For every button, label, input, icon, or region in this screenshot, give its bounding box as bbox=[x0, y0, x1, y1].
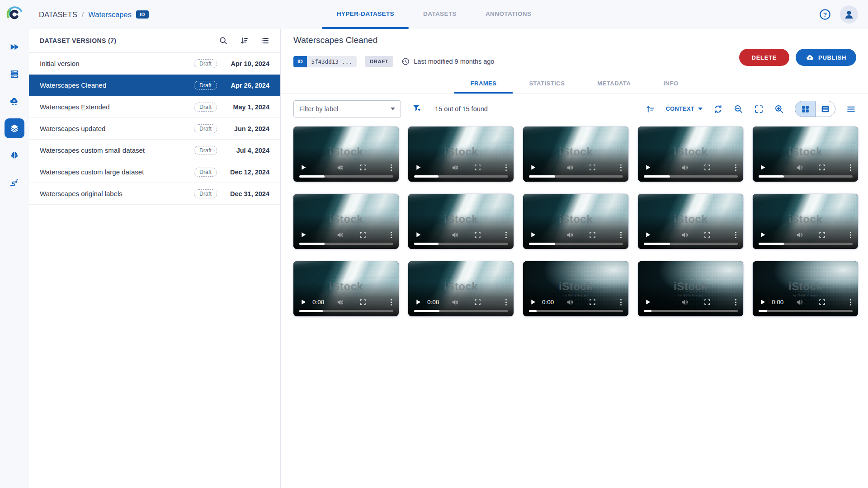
sidebar-models-icon[interactable] bbox=[5, 145, 24, 165]
video-progress-bar[interactable] bbox=[644, 310, 738, 312]
publish-button[interactable]: PUBLISH bbox=[796, 49, 856, 66]
id-badge[interactable]: ID bbox=[136, 10, 149, 19]
more-options-icon[interactable] bbox=[849, 231, 852, 241]
breadcrumb-root[interactable]: DATASETS bbox=[39, 10, 77, 19]
filter-funnel-icon[interactable] bbox=[412, 103, 421, 115]
user-avatar-icon[interactable] bbox=[840, 5, 858, 23]
video-frame-card[interactable]: iStock by Getty Images 0:08 bbox=[408, 261, 514, 316]
volume-icon[interactable] bbox=[796, 231, 804, 241]
fullscreen-icon[interactable] bbox=[474, 231, 481, 240]
more-options-icon[interactable] bbox=[620, 231, 622, 241]
version-list-item[interactable]: Waterscapes custom small dataset Draft J… bbox=[29, 140, 280, 161]
more-options-icon[interactable] bbox=[390, 298, 392, 308]
volume-icon[interactable] bbox=[796, 164, 804, 174]
video-progress-bar[interactable] bbox=[299, 310, 393, 312]
video-progress-bar[interactable] bbox=[759, 310, 853, 312]
fullscreen-icon[interactable] bbox=[474, 164, 481, 173]
tab-frames[interactable]: FRAMES bbox=[454, 74, 513, 94]
zoom-out-icon[interactable] bbox=[734, 104, 743, 114]
tab-hyper-datasets[interactable]: HYPER-DATASETS bbox=[322, 0, 409, 29]
more-options-icon[interactable] bbox=[390, 164, 392, 174]
fullscreen-icon[interactable] bbox=[589, 164, 596, 173]
video-frame-card[interactable]: iStock by Getty Images bbox=[753, 194, 858, 249]
fullscreen-icon[interactable] bbox=[589, 299, 596, 307]
delete-button[interactable]: DELETE bbox=[739, 49, 789, 66]
version-list-item[interactable]: Waterscapes custom large dataset Draft D… bbox=[29, 161, 280, 183]
more-options-icon[interactable] bbox=[620, 298, 622, 308]
play-icon[interactable] bbox=[415, 299, 422, 307]
fullscreen-icon[interactable] bbox=[359, 231, 366, 240]
play-icon[interactable] bbox=[760, 299, 766, 307]
play-icon[interactable] bbox=[300, 299, 307, 307]
video-frame-card[interactable]: iStock by Getty Images 0:00 bbox=[523, 261, 628, 316]
tab-metadata[interactable]: METADATA bbox=[581, 74, 647, 94]
play-icon[interactable] bbox=[300, 231, 307, 240]
video-progress-bar[interactable] bbox=[414, 175, 508, 178]
table-view-icon[interactable] bbox=[815, 101, 835, 117]
video-frame-card[interactable]: iStock by Getty Images bbox=[638, 127, 743, 182]
volume-icon[interactable] bbox=[566, 164, 574, 174]
more-options-icon[interactable] bbox=[735, 298, 737, 308]
play-icon[interactable] bbox=[415, 164, 422, 173]
more-options-icon[interactable] bbox=[505, 231, 507, 241]
play-icon[interactable] bbox=[760, 164, 766, 173]
search-icon[interactable] bbox=[219, 36, 228, 45]
video-frame-card[interactable]: iStock by Getty Images 0:00 bbox=[753, 261, 858, 316]
more-options-icon[interactable] bbox=[735, 231, 737, 241]
tab-info[interactable]: INFO bbox=[647, 74, 694, 94]
version-list-item[interactable]: Waterscapes Extended Draft May 1, 2024 bbox=[29, 96, 280, 118]
video-frame-card[interactable]: iStock by Getty Images bbox=[408, 194, 514, 249]
video-frame-card[interactable]: iStock by Getty Images bbox=[523, 127, 628, 182]
video-progress-bar[interactable] bbox=[759, 243, 853, 245]
volume-icon[interactable] bbox=[566, 231, 574, 241]
list-settings-icon[interactable] bbox=[260, 36, 269, 45]
version-list-item[interactable]: Waterscapes updated Draft Jun 2, 2024 bbox=[29, 118, 280, 140]
more-options-icon[interactable] bbox=[390, 231, 392, 241]
volume-icon[interactable] bbox=[451, 298, 459, 308]
volume-icon[interactable] bbox=[336, 231, 344, 241]
fullscreen-icon[interactable] bbox=[589, 231, 596, 240]
version-list-item[interactable]: Initial version Draft Apr 10, 2024 bbox=[29, 53, 280, 75]
zoom-in-icon[interactable] bbox=[774, 104, 784, 114]
fullscreen-icon[interactable] bbox=[704, 164, 711, 173]
sidebar-cloud-apps-icon[interactable] bbox=[5, 91, 24, 111]
version-list-item[interactable]: Waterscapes original labels Draft Dec 31… bbox=[29, 183, 280, 205]
video-progress-bar[interactable] bbox=[414, 243, 508, 245]
more-options-icon[interactable] bbox=[849, 298, 852, 308]
play-icon[interactable] bbox=[645, 164, 651, 173]
video-progress-bar[interactable] bbox=[529, 175, 623, 178]
fullscreen-icon[interactable] bbox=[819, 299, 826, 307]
video-progress-bar[interactable] bbox=[529, 310, 623, 312]
volume-icon[interactable] bbox=[681, 164, 689, 174]
volume-icon[interactable] bbox=[796, 298, 804, 308]
more-options-icon[interactable] bbox=[505, 298, 507, 308]
video-frame-card[interactable]: iStock by Getty Images 0:08 bbox=[293, 261, 399, 316]
volume-icon[interactable] bbox=[451, 231, 459, 241]
video-progress-bar[interactable] bbox=[299, 243, 393, 245]
video-progress-bar[interactable] bbox=[759, 175, 853, 178]
fullscreen-icon[interactable] bbox=[359, 299, 366, 307]
volume-icon[interactable] bbox=[566, 298, 574, 308]
play-icon[interactable] bbox=[530, 299, 537, 307]
play-icon[interactable] bbox=[760, 231, 766, 240]
tab-statistics[interactable]: STATISTICS bbox=[513, 74, 581, 94]
video-progress-bar[interactable] bbox=[644, 243, 738, 245]
sidebar-workers-queues-icon[interactable] bbox=[5, 64, 24, 84]
video-frame-card[interactable]: iStock by Getty Images bbox=[293, 127, 399, 182]
more-options-icon[interactable] bbox=[620, 164, 622, 174]
version-list-item[interactable]: Waterscapes Cleaned Draft Apr 26, 2024 bbox=[29, 75, 280, 96]
video-frame-card[interactable]: iStock by Getty Images bbox=[293, 194, 399, 249]
volume-icon[interactable] bbox=[681, 231, 689, 241]
video-frame-card[interactable]: iStock by Getty Images bbox=[408, 127, 514, 182]
video-frame-card[interactable]: iStock by Getty Images bbox=[638, 194, 743, 249]
menu-icon[interactable] bbox=[846, 104, 856, 114]
sidebar-experiments-icon[interactable] bbox=[5, 37, 24, 57]
fullscreen-icon[interactable] bbox=[704, 299, 711, 307]
more-options-icon[interactable] bbox=[849, 164, 852, 174]
sort-versions-icon[interactable] bbox=[240, 36, 249, 45]
dataset-id-chip[interactable]: ID 5f43dd13 ... bbox=[293, 56, 357, 67]
fit-to-screen-icon[interactable] bbox=[754, 104, 764, 114]
volume-icon[interactable] bbox=[681, 298, 689, 308]
tab-annotations[interactable]: ANNOTATIONS bbox=[471, 0, 546, 29]
fullscreen-icon[interactable] bbox=[819, 164, 826, 173]
